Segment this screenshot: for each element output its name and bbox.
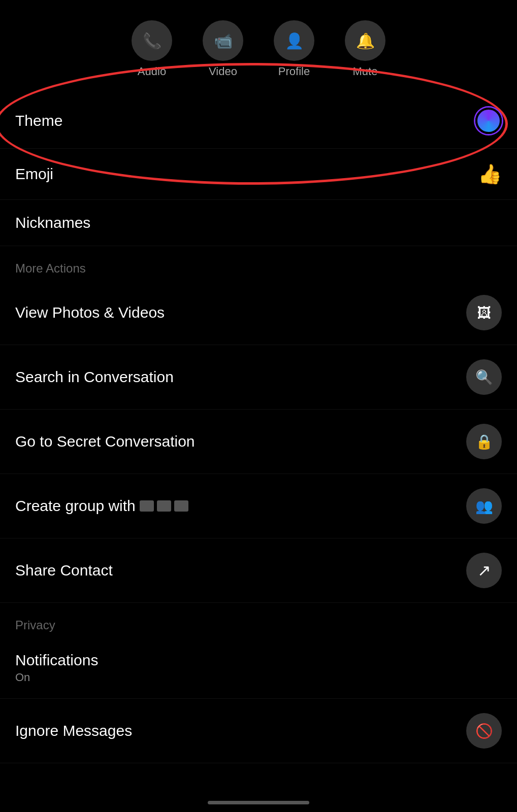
profile-label: Profile (278, 65, 310, 78)
theme-highlight-wrapper: Theme (0, 93, 517, 149)
nicknames-title: Nicknames (15, 214, 90, 231)
action-profile[interactable]: 👤 Profile (274, 20, 314, 78)
search-icon-circle: 🔍 (466, 359, 502, 395)
group-icon: 👥 (475, 498, 493, 515)
share-contact-item[interactable]: Share Contact ↗ (0, 538, 517, 603)
profile-icon: 👤 (274, 20, 314, 61)
audio-label: Audio (138, 65, 166, 78)
emoji-item[interactable]: Emoji 👍 (0, 149, 517, 200)
theme-item[interactable]: Theme (0, 93, 517, 149)
action-audio[interactable]: 📞 Audio (132, 20, 172, 78)
audio-icon: 📞 (132, 20, 172, 61)
share-icon: ↗ (477, 561, 491, 580)
action-mute[interactable]: 🔔 Mute (345, 20, 385, 78)
ignore-icon: 🚫 (475, 723, 493, 739)
video-label: Video (209, 65, 237, 78)
mute-icon: 🔔 (345, 20, 385, 61)
home-indicator (208, 801, 309, 804)
photos-icon: 🖼 (477, 304, 491, 321)
ignore-icon-circle: 🚫 (466, 713, 502, 749)
ignore-item[interactable]: Ignore Messages 🚫 (0, 699, 517, 763)
share-contact-title: Share Contact (15, 562, 113, 579)
emoji-icon: 👍 (478, 163, 502, 185)
more-actions-header: More Actions (0, 246, 517, 281)
view-photos-item[interactable]: View Photos & Videos 🖼 (0, 281, 517, 345)
create-group-item[interactable]: Create group with 👥 (0, 474, 517, 538)
search-item[interactable]: Search in Conversation 🔍 (0, 345, 517, 410)
lock-icon-circle: 🔒 (466, 424, 502, 459)
search-icon: 🔍 (475, 369, 493, 386)
notifications-sub: On (15, 671, 98, 684)
theme-title: Theme (15, 112, 62, 129)
secret-title: Go to Secret Conversation (15, 433, 195, 450)
notifications-title: Notifications (15, 652, 98, 669)
theme-icon (475, 108, 502, 134)
privacy-header: Privacy (0, 603, 517, 637)
lock-icon: 🔒 (475, 433, 493, 450)
emoji-title: Emoji (15, 165, 53, 183)
search-title: Search in Conversation (15, 368, 174, 386)
mute-label: Mute (353, 65, 378, 78)
create-group-blurred (140, 500, 188, 512)
create-group-title: Create group with (15, 497, 136, 515)
view-photos-title: View Photos & Videos (15, 304, 165, 321)
nicknames-item[interactable]: Nicknames (0, 200, 517, 246)
photos-icon-circle: 🖼 (466, 295, 502, 330)
top-actions: 📞 Audio 📹 Video 👤 Profile 🔔 Mute (0, 0, 517, 83)
group-icon-circle: 👥 (466, 488, 502, 524)
notifications-left: Notifications On (15, 652, 98, 684)
notifications-item[interactable]: Notifications On (0, 637, 517, 699)
action-video[interactable]: 📹 Video (203, 20, 243, 78)
ignore-title: Ignore Messages (15, 722, 132, 739)
share-icon-circle: ↗ (466, 553, 502, 588)
secret-item[interactable]: Go to Secret Conversation 🔒 (0, 410, 517, 474)
video-icon: 📹 (203, 20, 243, 61)
